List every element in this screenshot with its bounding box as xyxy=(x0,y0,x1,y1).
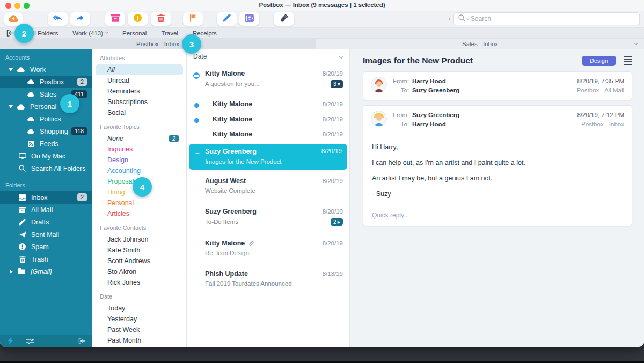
sidebar-item-sales[interactable]: Sales 411 xyxy=(0,88,92,100)
filter-sliders-icon[interactable] xyxy=(26,338,34,344)
contacts-section-label: Favorite Contacts xyxy=(92,219,186,234)
unread-dot-icon[interactable] xyxy=(194,118,199,123)
search-box[interactable] xyxy=(453,12,640,25)
thread-partially-read-icon[interactable] xyxy=(193,72,200,79)
avatar xyxy=(371,111,387,127)
topic-design[interactable]: Design xyxy=(96,155,183,165)
sender-name: Harry Hood xyxy=(412,77,459,86)
recipient-name: Suzy Greenberg xyxy=(412,86,459,95)
filter-travel[interactable]: Travel xyxy=(161,30,178,37)
message-list: Date Kitty Malone8/20/19 A question for … xyxy=(187,49,350,347)
sidebar-item-trash[interactable]: Trash xyxy=(0,253,92,265)
thread-count-badge[interactable]: 3▾ xyxy=(331,80,343,88)
sidebar-item-on-my-mac[interactable]: On My Mac xyxy=(0,150,92,162)
sidebar-item-search-all-folders[interactable]: Search All Folders xyxy=(0,162,92,175)
collapse-sidebar-icon[interactable] xyxy=(78,338,86,344)
toolbar-separator-dot xyxy=(449,18,450,20)
attribute-social[interactable]: Social xyxy=(96,107,183,118)
sidebar-item-spam[interactable]: Spam xyxy=(0,241,92,253)
compose-button[interactable] xyxy=(217,12,237,26)
forward-button[interactable] xyxy=(70,12,90,26)
send-icon xyxy=(18,231,26,238)
message-row[interactable]: Kitty Malone8/20/19 xyxy=(187,97,349,112)
reply-all-button[interactable] xyxy=(48,12,68,26)
disclosure-triangle-icon[interactable] xyxy=(9,68,13,71)
sweep-button[interactable] xyxy=(274,12,294,26)
filter-work[interactable]: Work (413) xyxy=(72,30,108,37)
cloud-icon xyxy=(27,117,35,121)
callout-3: 3 xyxy=(182,34,201,54)
sidebar-item-postbox[interactable]: Postbox 2 xyxy=(0,76,92,88)
chevron-right-icon: ▸ xyxy=(338,219,340,225)
sidebar-item-drafts[interactable]: Drafts xyxy=(0,216,92,228)
attribute-subscriptions[interactable]: Subscriptions xyxy=(96,97,183,107)
message-row[interactable]: Kitty Malone 8/20/19 Re: Icon Design xyxy=(187,236,349,259)
contact-rick-jones[interactable]: Rick Jones xyxy=(96,277,183,288)
message-row-selected[interactable]: ← Suzy Greenberg8/20/19 Images for the N… xyxy=(189,144,347,170)
search-icon xyxy=(458,14,465,24)
contact-kate-smith[interactable]: Kate Smith xyxy=(96,245,183,256)
topic-none[interactable]: None2 xyxy=(96,133,183,144)
topic-tag-design[interactable]: Design xyxy=(582,56,616,66)
unread-dot-icon[interactable] xyxy=(194,103,199,108)
sidebar-bottom-bar xyxy=(0,335,92,347)
sidebar-item-gmail[interactable]: [Gmail] xyxy=(0,265,92,278)
message-list-sort-header[interactable]: Date xyxy=(187,49,349,63)
contact-jack-johnson[interactable]: Jack Johnson xyxy=(96,234,183,245)
sidebar-item-inbox[interactable]: Inbox 2 xyxy=(0,191,92,204)
collapse-panel-button[interactable] xyxy=(6,30,14,37)
alert-circle-icon xyxy=(134,14,142,24)
sidebar-item-all-mail[interactable]: All Mail xyxy=(0,204,92,216)
date-today[interactable]: Today xyxy=(96,303,183,314)
unread-count-badge: 2 xyxy=(77,78,87,86)
sidebar-item-shopping[interactable]: Shopping 118 xyxy=(0,125,92,137)
sidebar-item-feeds[interactable]: Feeds xyxy=(0,137,92,150)
contact-scott-andrews[interactable]: Scott Andrews xyxy=(96,256,183,266)
spam-button[interactable] xyxy=(128,12,148,26)
topic-inquiries[interactable]: Inquiries xyxy=(96,144,183,155)
message-row[interactable]: Kitty Malone8/20/19 xyxy=(187,127,349,142)
message-row[interactable]: Phish Update8/13/19 Fall 2019 Tourdates … xyxy=(187,267,349,290)
forward-icon xyxy=(76,14,85,24)
quick-post-icon[interactable] xyxy=(8,338,14,345)
recipient-name: Harry Hood xyxy=(412,120,459,129)
date-past-month[interactable]: Past Month xyxy=(96,335,183,346)
message-row[interactable]: Kitty Malone8/20/19 A question for you..… xyxy=(187,67,349,91)
attribute-unread[interactable]: Unread xyxy=(96,75,183,86)
topic-articles[interactable]: Articles xyxy=(96,208,183,219)
message-menu-icon[interactable] xyxy=(624,56,632,65)
disclosure-triangle-icon[interactable] xyxy=(9,105,13,108)
flag-button[interactable] xyxy=(183,12,203,26)
chevron-down-icon[interactable] xyxy=(634,41,638,45)
topic-accounting[interactable]: Accounting xyxy=(96,165,183,176)
date-yesterday[interactable]: Yesterday xyxy=(96,314,183,324)
sidebar-item-work[interactable]: Work xyxy=(0,63,92,76)
get-mail-button[interactable] xyxy=(4,12,23,26)
search-input[interactable] xyxy=(471,15,635,23)
message-row[interactable]: Kitty Malone8/20/19 xyxy=(187,112,349,127)
filter-pane: Attributes All Unread Reminders Subscrip… xyxy=(92,49,187,347)
filter-personal[interactable]: Personal xyxy=(122,30,147,37)
tab-postbox-inbox[interactable]: Postbox - Inbox xyxy=(0,39,316,49)
sidebar-item-politics[interactable]: Politics xyxy=(0,113,92,125)
archive-button[interactable] xyxy=(105,12,125,26)
tab-sales-inbox[interactable]: Sales - Inbox xyxy=(316,39,644,49)
disclosure-triangle-icon[interactable] xyxy=(10,270,13,274)
quick-reply-field[interactable]: Quick reply... xyxy=(371,206,624,226)
message-card-collapsed[interactable]: From:To: Harry HoodSuzy Greenberg 8/20/1… xyxy=(363,71,632,100)
attribute-all[interactable]: All xyxy=(96,64,183,75)
contacts-button[interactable] xyxy=(239,12,259,26)
message-row[interactable]: August West8/20/19 Website Complete xyxy=(187,174,349,197)
contact-sto-akron[interactable]: Sto Akron xyxy=(96,266,183,277)
search-scope-chevron-icon[interactable] xyxy=(466,17,470,20)
message-row[interactable]: Suzy Greenberg8/20/19 To-Do Items 2▸ xyxy=(187,205,349,229)
attribute-reminders[interactable]: Reminders xyxy=(96,86,183,97)
topic-personal[interactable]: Personal xyxy=(96,198,183,208)
sidebar-item-sent-mail[interactable]: Sent Mail xyxy=(0,228,92,241)
chevron-down-icon[interactable] xyxy=(339,54,343,58)
date-past-week[interactable]: Past Week xyxy=(96,324,183,335)
delete-button[interactable] xyxy=(151,12,171,26)
message-card-header[interactable]: From:To: Suzy GreenbergHarry Hood 8/20/1… xyxy=(363,106,632,134)
message-datetime: 8/20/19, 7:12 PM xyxy=(577,111,624,120)
todo-count-badge[interactable]: 2▸ xyxy=(331,218,343,226)
